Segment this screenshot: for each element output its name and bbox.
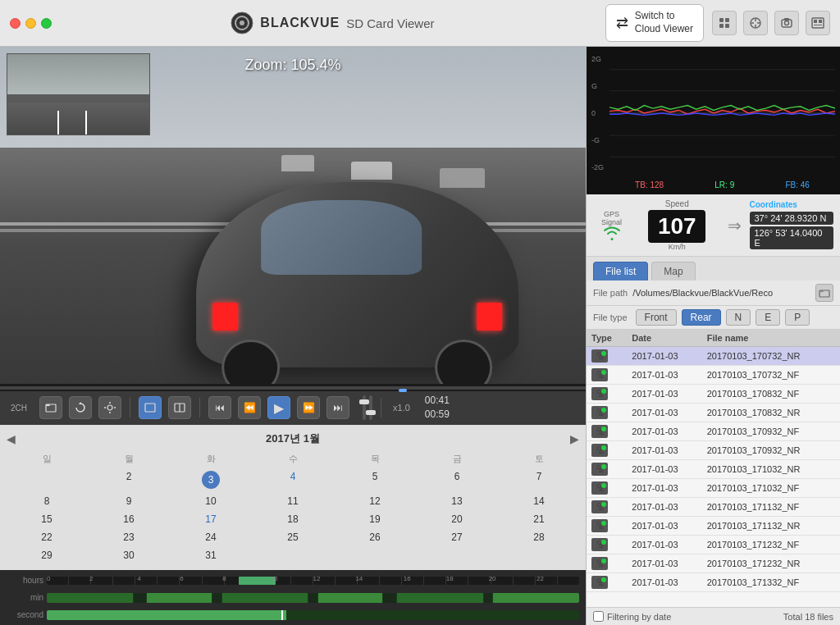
coord-lat: 37° 24' 28.9320 N [750,212,834,225]
cal-day-4[interactable]: 4 [253,468,333,491]
cal-day-30[interactable]: 30 [89,547,169,563]
cloud-viewer-button[interactable]: ⇄ Switch to Cloud Viewer [605,4,704,41]
table-row[interactable]: 🎥2017-01-0320170103_171032_NF [587,479,840,498]
refresh-btn[interactable] [69,396,92,419]
table-row[interactable]: 🎥2017-01-0320170103_171232_NF [587,536,840,554]
file-name-cell: 20170103_171232_NF [702,536,840,554]
traffic-lights [10,18,52,29]
type-btn-n[interactable]: N [726,309,751,326]
tab-file-list[interactable]: File list [593,262,648,281]
file-name-cell: 20170103_171032_NR [702,460,840,479]
file-type-icon: 🎥 [591,368,608,381]
table-row[interactable]: 🎥2017-01-0320170103_170832_NR [587,404,840,422]
filter-checkbox[interactable] [593,611,604,622]
minimize-button[interactable] [25,18,36,29]
icon-btn-2[interactable] [743,11,768,35]
folder-btn[interactable] [39,396,62,419]
table-row[interactable]: 🎥2017-01-0320170103_171132_NF [587,498,840,517]
next-frame-btn[interactable]: ⏩ [297,396,320,419]
video-area: Zoom: 105.4% [0,47,586,384]
cal-day-11[interactable]: 11 [253,493,333,509]
file-list-table: Type Date File name 🎥2017-01-0320170103_… [587,330,840,592]
cal-day-12[interactable]: 12 [335,493,415,509]
cal-day-27[interactable]: 27 [417,529,497,545]
cal-day-8[interactable]: 8 [7,493,87,509]
scrubber-track[interactable] [0,386,586,390]
cal-day-14[interactable]: 14 [499,493,579,509]
scrubber-area[interactable] [0,384,586,390]
cal-day-empty-1 [7,468,87,491]
scrubber-thumb[interactable] [399,389,407,392]
coords-block: Coordinates 37° 24' 28.9320 N 126° 53' 1… [750,199,834,251]
table-row[interactable]: 🎥2017-01-0320170103_171132_NR [587,517,840,536]
cal-day-3[interactable]: 3 [171,468,251,491]
file-name-cell: 20170103_170832_NF [702,385,840,404]
cal-day-22[interactable]: 22 [7,529,87,545]
cal-day-28[interactable]: 28 [499,529,579,545]
cal-day-13[interactable]: 13 [417,493,497,509]
icon-btn-1[interactable] [712,11,737,35]
maximize-button[interactable] [41,18,52,29]
cal-day-17[interactable]: 17 [171,511,251,527]
gsensor-labels: 2G G 0 -G -2G [591,55,604,171]
single-view-btn[interactable] [139,396,162,419]
table-row[interactable]: 🎥2017-01-0320170103_171032_NR [587,460,840,479]
cal-day-23[interactable]: 23 [89,529,169,545]
calendar-next-btn[interactable]: ▶ [570,432,579,445]
table-row[interactable]: 🎥2017-01-0320170103_170732_NR [587,347,840,366]
cal-day-9[interactable]: 9 [89,493,169,509]
cal-day-7[interactable]: 7 [499,468,579,491]
table-row[interactable]: 🎥2017-01-0320170103_170932_NR [587,441,840,460]
type-btn-rear[interactable]: Rear [682,309,721,326]
table-row[interactable]: 🎥2017-01-0320170103_171332_NF [587,573,840,592]
table-row[interactable]: 🎥2017-01-0320170103_171232_NR [587,554,840,573]
icon-btn-4[interactable] [806,11,830,35]
goto-end-btn[interactable]: ⏭ [326,396,349,419]
file-type-icon: 🎥 [591,576,608,589]
prev-frame-btn[interactable]: ⏪ [238,396,261,419]
cal-day-2[interactable]: 2 [89,468,169,491]
cloud-btn-line2: Cloud Viewer [635,23,693,36]
goto-start-btn[interactable]: ⏮ [208,396,231,419]
icon-btn-3[interactable] [774,11,799,35]
g-label-2g-top: 2G [591,55,604,63]
play-btn[interactable]: ▶ [267,396,290,419]
cal-day-24[interactable]: 24 [171,529,251,545]
cal-day-19[interactable]: 19 [335,511,415,527]
hours-track-bar[interactable]: 0 2 4 6 8 10 12 14 16 18 20 22 [47,577,579,585]
tab-map[interactable]: Map [651,262,695,281]
cal-day-16[interactable]: 16 [89,511,169,527]
cal-day-10[interactable]: 10 [171,493,251,509]
close-button[interactable] [10,18,21,29]
file-type-cell: 🎥 [587,385,627,404]
cal-day-25[interactable]: 25 [253,529,333,545]
browse-folder-btn[interactable] [815,284,833,302]
calendar-prev-btn[interactable]: ◀ [7,432,16,445]
separator-2 [199,398,200,417]
speed-slider-1[interactable] [363,395,366,420]
brand-name: BLACKVUE [260,16,340,30]
table-row[interactable]: 🎥2017-01-0320170103_170832_NF [587,385,840,404]
cal-day-20[interactable]: 20 [417,511,497,527]
type-btn-p[interactable]: P [785,309,810,326]
cal-day-6[interactable]: 6 [417,468,497,491]
cal-day-29[interactable]: 29 [7,547,87,563]
table-row[interactable]: 🎥2017-01-0320170103_170932_NF [587,422,840,441]
cal-day-26[interactable]: 26 [335,529,415,545]
speed-slider-2[interactable] [369,395,372,420]
cloud-btn-line1: Switch to [635,10,693,23]
time-display: 00:41 00:59 [425,394,450,422]
type-btn-front[interactable]: Front [636,309,677,326]
cal-day-5[interactable]: 5 [335,468,415,491]
table-row[interactable]: 🎥2017-01-0320170103_170732_NF [587,366,840,385]
cal-day-15[interactable]: 15 [7,511,87,527]
cal-day-31[interactable]: 31 [171,547,251,563]
coord-lon: 126° 53' 14.0400 E [750,226,834,249]
cal-day-21[interactable]: 21 [499,511,579,527]
type-btn-e[interactable]: E [756,309,780,326]
cal-day-18[interactable]: 18 [253,511,333,527]
split-view-btn[interactable] [168,396,191,419]
seconds-track-bar[interactable]: 0 2 5 8 10 13 16 19 21 24 27 29 32 35 [47,610,579,620]
min-track-bar[interactable]: 0 3 6 9 12 15 18 21 24 27 30 33 36 39 [47,593,579,603]
settings-btn[interactable] [98,396,121,419]
